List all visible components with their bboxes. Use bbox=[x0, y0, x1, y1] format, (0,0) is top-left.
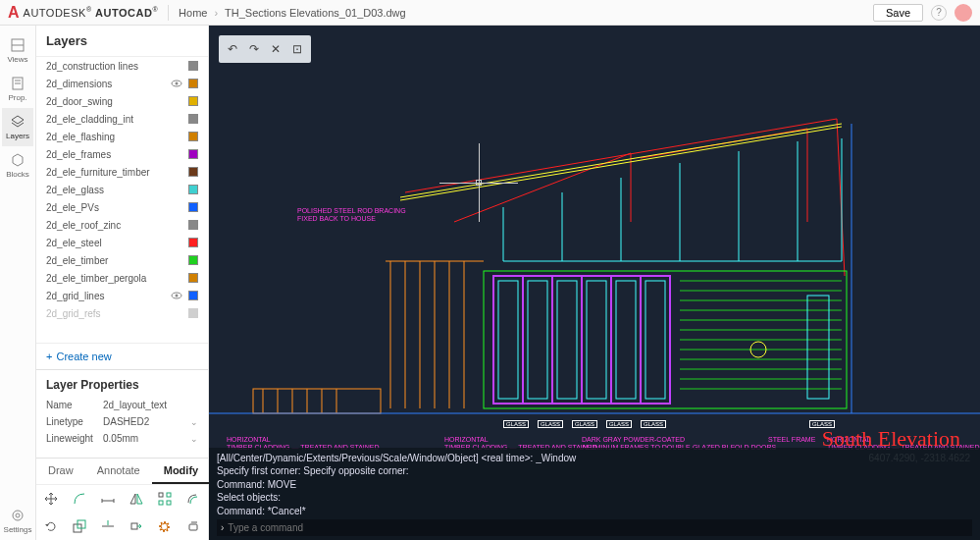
breadcrumb[interactable]: Home › TH_Sections Elevations_01_D03.dwg bbox=[179, 7, 406, 19]
undo-icon[interactable]: ↶ bbox=[222, 38, 243, 60]
layer-row[interactable]: 2d_door_swing bbox=[36, 92, 208, 110]
scale-tool-icon[interactable] bbox=[65, 513, 93, 540]
layer-row[interactable]: 2d_dimensions bbox=[36, 75, 208, 92]
help-icon[interactable]: ? bbox=[931, 5, 947, 21]
visibility-toggle-icon[interactable] bbox=[171, 113, 182, 125]
command-input[interactable] bbox=[228, 522, 968, 533]
color-swatch[interactable] bbox=[188, 220, 198, 230]
annotation-cladding-l: HORIZONTAL bbox=[227, 436, 271, 443]
chevron-down-icon: ⌄ bbox=[190, 434, 198, 444]
save-button[interactable]: Save bbox=[873, 4, 923, 22]
layer-row[interactable]: 2d_ele_PVs bbox=[36, 198, 208, 216]
zoom-extents-icon[interactable]: ✕ bbox=[265, 38, 286, 60]
layer-row[interactable]: 2d_ele_roof_zinc bbox=[36, 216, 208, 234]
tab-draw[interactable]: Draw bbox=[36, 459, 85, 484]
color-swatch[interactable] bbox=[188, 149, 198, 159]
layer-list[interactable]: 2d_construction lines2d_dimensions2d_doo… bbox=[36, 57, 208, 343]
layer-row[interactable]: 2d_ele_timber_pergola bbox=[36, 269, 208, 287]
rail-blocks[interactable]: Blocks bbox=[2, 146, 33, 185]
array-tool-icon[interactable] bbox=[151, 485, 180, 513]
visibility-toggle-icon[interactable] bbox=[171, 201, 182, 213]
color-swatch[interactable] bbox=[188, 114, 198, 124]
visibility-toggle-icon[interactable] bbox=[171, 184, 182, 195]
layer-name: 2d_dimensions bbox=[46, 79, 171, 89]
trim-tool-icon[interactable] bbox=[93, 513, 122, 540]
rail-layers[interactable]: Layers bbox=[2, 108, 33, 146]
visibility-toggle-icon[interactable] bbox=[171, 166, 182, 178]
color-swatch[interactable] bbox=[188, 308, 198, 318]
prop-lineweight-value[interactable]: 0.05mm⌄ bbox=[103, 433, 198, 444]
visibility-toggle-icon[interactable] bbox=[171, 131, 182, 142]
color-swatch[interactable] bbox=[188, 291, 198, 300]
visibility-toggle-icon[interactable] bbox=[171, 148, 182, 160]
layer-name: 2d_ele_roof_zinc bbox=[46, 220, 171, 231]
layer-row[interactable]: 2d_grid_refs bbox=[36, 304, 208, 322]
color-swatch[interactable] bbox=[188, 273, 198, 283]
color-swatch[interactable] bbox=[188, 132, 198, 141]
visibility-toggle-icon[interactable] bbox=[171, 219, 182, 231]
color-swatch[interactable] bbox=[188, 96, 198, 106]
visibility-toggle-icon[interactable] bbox=[171, 272, 182, 284]
dimension-tool-icon[interactable] bbox=[93, 485, 122, 513]
visibility-toggle-icon[interactable] bbox=[171, 254, 182, 266]
layer-name: 2d_ele_flashing bbox=[46, 132, 171, 142]
drawing-canvas[interactable]: ↶ ↷ ✕ ⊡ bbox=[209, 26, 980, 540]
rail-properties[interactable]: Prop. bbox=[2, 70, 33, 108]
prop-linetype-value[interactable]: DASHED2⌄ bbox=[103, 416, 198, 427]
cmd-history: Command: *Cancel* bbox=[217, 505, 972, 518]
rail-views[interactable]: Views bbox=[2, 31, 33, 70]
layer-row[interactable]: 2d_ele_steel bbox=[36, 234, 208, 251]
layer-row[interactable]: 2d_ele_flashing bbox=[36, 128, 208, 145]
erase-tool-icon[interactable] bbox=[180, 513, 208, 540]
prop-name-value[interactable]: 2d_layout_text bbox=[103, 400, 198, 410]
rotate-tool-icon[interactable] bbox=[36, 513, 65, 540]
avatar[interactable] bbox=[954, 4, 972, 22]
layer-row[interactable]: 2d_ele_glass bbox=[36, 181, 208, 198]
svg-point-10 bbox=[176, 82, 179, 85]
color-swatch[interactable] bbox=[188, 202, 198, 212]
rail-settings[interactable]: Settings bbox=[2, 502, 33, 540]
svg-rect-50 bbox=[557, 281, 577, 399]
breadcrumb-home[interactable]: Home bbox=[179, 7, 207, 19]
svg-marker-6 bbox=[13, 154, 23, 166]
properties-heading: Layer Properties bbox=[46, 378, 198, 392]
visibility-toggle-icon[interactable] bbox=[171, 307, 182, 319]
tab-modify[interactable]: Modify bbox=[152, 459, 210, 484]
stretch-tool-icon[interactable] bbox=[122, 513, 150, 540]
svg-marker-5 bbox=[12, 116, 24, 124]
svg-rect-20 bbox=[159, 501, 163, 505]
color-swatch[interactable] bbox=[188, 167, 198, 177]
color-swatch[interactable] bbox=[188, 61, 198, 71]
create-new-button[interactable]: +Create new bbox=[36, 343, 208, 369]
offset-tool-icon[interactable] bbox=[180, 485, 208, 513]
svg-rect-27 bbox=[131, 523, 137, 529]
explode-tool-icon[interactable] bbox=[151, 513, 180, 540]
tab-annotate[interactable]: Annotate bbox=[85, 459, 152, 484]
cmd-history: Command: MOVE bbox=[217, 478, 972, 492]
brand-text: AUTODESK® AUTOCAD® bbox=[24, 6, 159, 19]
visibility-toggle-icon[interactable] bbox=[171, 290, 182, 301]
redo-icon[interactable]: ↷ bbox=[243, 38, 265, 60]
visibility-toggle-icon[interactable] bbox=[171, 60, 182, 72]
layer-row[interactable]: 2d_ele_timber bbox=[36, 251, 208, 269]
zoom-window-icon[interactable]: ⊡ bbox=[286, 38, 308, 60]
layer-row[interactable]: 2d_ele_cladding_int bbox=[36, 110, 208, 128]
arc-tool-icon[interactable] bbox=[65, 485, 93, 513]
layer-row[interactable]: 2d_construction lines bbox=[36, 57, 208, 75]
annotation-bracing2: FIXED BACK TO HOUSE bbox=[297, 215, 376, 222]
svg-rect-51 bbox=[587, 281, 606, 399]
mirror-tool-icon[interactable] bbox=[122, 485, 150, 513]
layer-row[interactable]: 2d_ele_furniture_timber bbox=[36, 163, 208, 181]
color-swatch[interactable] bbox=[188, 185, 198, 194]
color-swatch[interactable] bbox=[188, 255, 198, 265]
glass-label: GLASS bbox=[538, 420, 563, 428]
move-tool-icon[interactable] bbox=[36, 485, 65, 513]
svg-marker-22 bbox=[45, 524, 49, 526]
layer-row[interactable]: 2d_ele_frames bbox=[36, 145, 208, 163]
color-swatch[interactable] bbox=[188, 238, 198, 247]
visibility-toggle-icon[interactable] bbox=[171, 95, 182, 107]
layer-row[interactable]: 2d_grid_lines bbox=[36, 287, 208, 304]
color-swatch[interactable] bbox=[188, 79, 198, 88]
visibility-toggle-icon[interactable] bbox=[171, 237, 182, 248]
visibility-toggle-icon[interactable] bbox=[171, 78, 182, 89]
